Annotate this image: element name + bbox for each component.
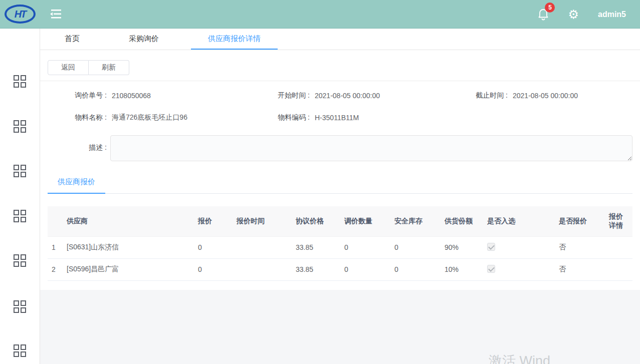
sidebar-menu-icon-5[interactable]	[14, 254, 27, 267]
app-logo: HT	[0, 5, 40, 24]
supply-share-cell: 10%	[441, 258, 483, 280]
quote-time-cell	[233, 236, 292, 258]
sidebar-menu-icon-6[interactable]	[14, 300, 27, 313]
settings-gear-icon[interactable]: ⚙	[568, 9, 579, 21]
supplier-cell: [S0596]昌邑广富	[63, 258, 194, 280]
col-quote-detail: 报价详情	[605, 206, 632, 236]
background-area: 激活 Wind	[40, 290, 640, 364]
logo-text: HT	[15, 9, 26, 20]
material-name-label: 物料名称 :	[48, 113, 107, 122]
safety-stock-cell: 0	[390, 236, 441, 258]
quote-detail-cell	[605, 236, 632, 258]
sidebar-menu-icon-3[interactable]	[14, 165, 27, 178]
toolbar-divider	[40, 81, 640, 81]
deadline-value: 2021-08-05 00:00:00	[513, 92, 578, 100]
table-row[interactable]: 2 [S0596]昌邑广富 0 33.85 0 0 10% 否	[48, 258, 632, 280]
field-material-name: 物料名称 : 海通726底板毛坯止口96	[48, 113, 251, 122]
user-menu[interactable]: admin5	[598, 10, 626, 19]
topbar: HT 5 ⚙ admin5	[0, 0, 640, 29]
inquiry-number-value: 2108050068	[112, 92, 151, 100]
col-agreement-price: 协议价格	[292, 206, 340, 236]
main-area: 首页 采购询价 供应商报价详情 返回 刷新 询价单号 : 2108050068 …	[40, 29, 640, 364]
supply-share-cell: 90%	[441, 236, 483, 258]
sidebar-menu-icon-1[interactable]	[14, 75, 27, 88]
quote-cell: 0	[194, 236, 233, 258]
notification-badge: 5	[545, 3, 555, 13]
start-time-label: 开始时间 :	[251, 91, 310, 100]
notification-bell-icon[interactable]: 5	[538, 9, 549, 21]
sidebar-menu-icon-2[interactable]	[14, 120, 27, 133]
safety-stock-cell: 0	[390, 258, 441, 280]
quoted-cell: 否	[555, 236, 605, 258]
material-code-label: 物料编码 :	[251, 113, 310, 122]
col-quote-time: 报价时间	[233, 206, 292, 236]
material-code-value: H-35011B11M	[315, 114, 359, 122]
back-button[interactable]: 返回	[48, 60, 89, 75]
start-time-value: 2021-08-05 00:00:00	[315, 92, 380, 100]
quote-cell: 0	[194, 258, 233, 280]
adjust-qty-cell: 0	[340, 236, 390, 258]
sidebar-fold-icon[interactable]	[49, 9, 61, 20]
inquiry-number-label: 询价单号 :	[48, 91, 107, 100]
material-name-value: 海通726底板毛坯止口96	[112, 113, 187, 122]
refresh-button[interactable]: 刷新	[89, 60, 129, 75]
col-supply-share: 供货份额	[441, 206, 483, 236]
content-panel: 返回 刷新 询价单号 : 2108050068 开始时间 : 2021-08-0…	[40, 50, 640, 290]
field-inquiry-number: 询价单号 : 2108050068	[48, 91, 251, 100]
col-selected: 是否入选	[483, 206, 555, 236]
supplier-quotes-table: 供应商 报价 报价时间 协议价格 调价数量 安全库存 供货份额 是否入选 是否报…	[48, 206, 632, 281]
supplier-cell: [S0631]山东济信	[63, 236, 194, 258]
field-start-time: 开始时间 : 2021-08-05 00:00:00	[251, 91, 449, 100]
col-quote: 报价	[194, 206, 233, 236]
field-deadline: 截止时间 : 2021-08-05 00:00:00	[449, 91, 632, 100]
section-tabbar: 供应商报价	[48, 172, 632, 194]
selected-checkbox[interactable]	[487, 243, 495, 251]
agreement-price-cell: 33.85	[292, 258, 340, 280]
agreement-price-cell: 33.85	[292, 236, 340, 258]
quote-time-cell	[233, 258, 292, 280]
col-adjust-qty: 调价数量	[340, 206, 390, 236]
description-textarea[interactable]	[110, 135, 632, 161]
toolbar: 返回 刷新	[48, 60, 129, 75]
sidebar-menu-icon-7[interactable]	[14, 344, 27, 357]
col-quoted: 是否报价	[555, 206, 605, 236]
page-tabbar: 首页 采购询价 供应商报价详情	[40, 29, 640, 50]
table-row[interactable]: 1 [S0631]山东济信 0 33.85 0 0 90% 否	[48, 236, 632, 258]
row-index: 2	[48, 258, 63, 280]
col-safety-stock: 安全库存	[390, 206, 441, 236]
tab-supplier-quotes[interactable]: 供应商报价	[48, 172, 105, 194]
sidebar-menu-icon-4[interactable]	[14, 210, 27, 223]
col-supplier: 供应商	[63, 206, 194, 236]
table-header: 供应商 报价 报价时间 协议价格 调价数量 安全库存 供货份额 是否入选 是否报…	[48, 206, 632, 236]
topbar-right: 5 ⚙ admin5	[538, 0, 640, 29]
inquiry-form: 询价单号 : 2108050068 开始时间 : 2021-08-05 00:0…	[48, 91, 632, 161]
tab-home[interactable]: 首页	[48, 29, 97, 50]
tab-supplier-quote-details[interactable]: 供应商报价详情	[191, 29, 278, 50]
tab-procurement-inquiry[interactable]: 采购询价	[112, 29, 176, 50]
selected-cell	[483, 236, 555, 258]
field-description: 描述 :	[48, 135, 632, 161]
windows-activation-watermark: 激活 Wind	[489, 352, 550, 364]
quoted-cell: 否	[555, 258, 605, 280]
adjust-qty-cell: 0	[340, 258, 390, 280]
quote-detail-cell	[605, 258, 632, 280]
deadline-label: 截止时间 :	[449, 91, 508, 100]
sidebar	[0, 29, 40, 364]
row-index: 1	[48, 236, 63, 258]
selected-checkbox[interactable]	[487, 265, 495, 273]
selected-cell	[483, 258, 555, 280]
logo-ellipse-icon: HT	[5, 5, 36, 24]
description-label: 描述 :	[48, 135, 107, 161]
col-index	[48, 206, 63, 236]
field-material-code: 物料编码 : H-35011B11M	[251, 113, 449, 122]
